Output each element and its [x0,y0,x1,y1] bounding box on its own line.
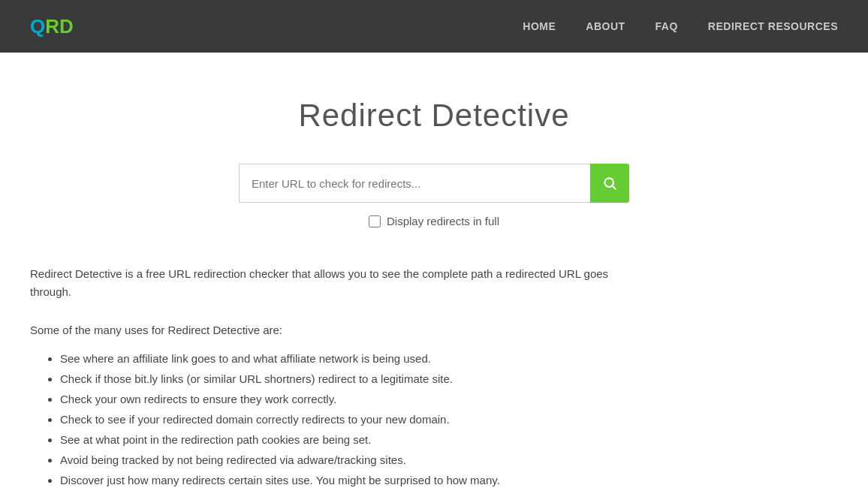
list-item: Check to see if your redirected domain c… [60,409,838,429]
nav-link-faq[interactable]: FAQ [656,20,678,32]
main-content: Redirect Detective Display redirects in … [0,53,868,488]
nav-item-about[interactable]: ABOUT [586,20,625,33]
search-icon [602,176,617,191]
logo-q: Q [30,15,45,38]
display-redirects-label[interactable]: Display redirects in full [387,215,499,227]
list-item: Avoid being tracked by not being redirec… [60,450,838,470]
list-item: See where an affiliate link goes to and … [60,348,838,369]
description-text: Redirect Detective is a free URL redirec… [30,265,646,301]
list-item: Discover just how many redirects certain… [60,470,838,488]
nav-link-redirect-resources[interactable]: REDIRECT RESOURCES [708,20,838,32]
list-item: See at what point in the redirection pat… [60,429,838,450]
uses-heading: Some of the many uses for Redirect Detec… [30,324,838,336]
search-input[interactable] [239,164,590,203]
logo-rd: RD [45,15,74,38]
nav-item-redirect-resources[interactable]: REDIRECT RESOURCES [708,20,838,33]
checkbox-container: Display redirects in full [30,215,838,227]
nav-links: HOME ABOUT FAQ REDIRECT RESOURCES [523,20,838,33]
search-container [30,164,838,203]
page-title: Redirect Detective [30,98,838,134]
svg-line-1 [613,186,616,189]
display-redirects-checkbox[interactable] [369,215,381,227]
uses-list: See where an affiliate link goes to and … [30,348,838,488]
nav-link-about[interactable]: ABOUT [586,20,625,32]
navigation: Q RD HOME ABOUT FAQ REDIRECT RESOURCES [0,0,868,53]
nav-link-home[interactable]: HOME [523,20,556,32]
list-item: Check your own redirects to ensure they … [60,389,838,409]
nav-item-faq[interactable]: FAQ [656,20,678,33]
nav-item-home[interactable]: HOME [523,20,556,33]
list-item: Check if those bit.ly links (or similar … [60,369,838,389]
logo[interactable]: Q RD [30,15,74,38]
search-button[interactable] [590,164,629,203]
